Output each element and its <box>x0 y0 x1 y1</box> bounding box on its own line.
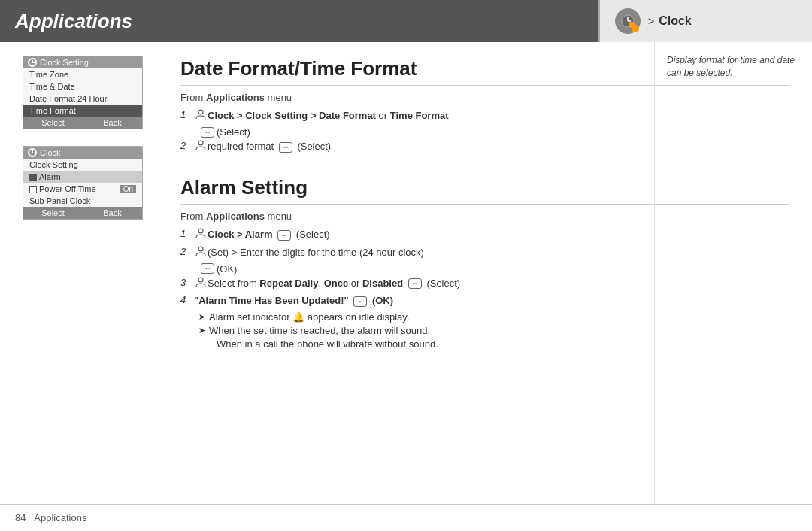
phone-box-1-row-4: Time Format <box>23 105 142 117</box>
phone-box-1-header: Clock Setting <box>23 56 142 68</box>
svg-point-6 <box>198 141 203 145</box>
phone-box-2-header: Clock <box>23 147 142 159</box>
ok-icon-2 <box>353 296 367 307</box>
step2-1-text: Clock > Alarm (Select) <box>208 228 330 241</box>
step2-2-text: (Set) > Enter the digits for the time (2… <box>208 246 424 259</box>
phone-box-1-row-1: Time Zone <box>23 68 142 80</box>
clock-icon-1 <box>28 58 37 67</box>
ok-icon-1 <box>201 263 214 274</box>
phone-box-1-select: Select <box>23 117 83 129</box>
phone-box-2-back: Back <box>83 207 142 219</box>
step1-1-text: Clock > Clock Setting > Date Format or T… <box>208 109 449 123</box>
footer-label: Applications <box>34 512 86 523</box>
step1-2-num: 2 <box>180 140 191 151</box>
phone-box-2: Clock Clock Setting Alarm Power Off Time… <box>23 146 143 220</box>
phone-box-1: Clock Setting Time Zone Time & Date Date… <box>23 56 143 129</box>
phone-box-2-row-1: Clock Setting <box>23 159 142 171</box>
svg-point-8 <box>198 247 203 251</box>
sidebar-info-text: Display format for time and date can be … <box>667 55 795 78</box>
select-icon-2 <box>279 142 292 153</box>
phone-box-1-row-2: Time & Date <box>23 80 142 93</box>
from-menu-2: Applications <box>206 211 265 222</box>
svg-point-7 <box>198 229 203 233</box>
svg-point-9 <box>198 278 203 282</box>
header: Applications + > Clock <box>0 0 812 42</box>
phone-box-1-row-3: Date Format 24 Hour <box>23 93 142 105</box>
select-icon-1 <box>201 127 214 138</box>
from-menu-1: Applications <box>206 92 265 103</box>
from-label-1: From <box>180 92 206 103</box>
phone-box-1-back: Back <box>83 117 142 129</box>
step2-1-num: 1 <box>180 228 191 239</box>
checkbox-alarm <box>29 174 37 181</box>
person-icon-1 <box>195 109 206 120</box>
bullet-1-text: Alarm set indicator 🔔 appears on idle di… <box>209 311 410 323</box>
bullet-2-text: When the set time is reached, the alarm … <box>209 325 430 336</box>
header-left: Applications <box>0 0 598 42</box>
phone-box-1-footer: Select Back <box>23 117 142 129</box>
clock-icon-2 <box>28 148 37 157</box>
select-icon-4 <box>408 278 422 289</box>
on-badge: On <box>120 185 136 193</box>
phone-box-2-row-2: Alarm <box>23 171 142 183</box>
person-icon-5 <box>195 277 206 287</box>
phone-box-2-title: Clock <box>40 148 61 157</box>
header-right: + > Clock <box>598 0 812 42</box>
person-icon-4 <box>195 246 206 256</box>
step1-num: 1 <box>180 109 191 120</box>
phone-box-1-title: Clock Setting <box>40 58 89 67</box>
clock-header-icon: + <box>615 8 641 34</box>
left-panel: Clock Setting Time Zone Time & Date Date… <box>0 42 165 504</box>
step2-4-text: "Alarm Time Has Been Updated!" (OK) <box>194 294 393 308</box>
right-sidebar: Display format for time and date can be … <box>654 42 812 504</box>
step2-3-text: Select from Repeat Daily, Once or Disabl… <box>208 277 460 290</box>
select-icon-3 <box>277 230 291 241</box>
phone-box-2-row-3: Power Off Time On <box>23 183 142 195</box>
step2-3-num: 3 <box>180 277 191 288</box>
breadcrumb-arrow: > <box>648 15 654 27</box>
step2-4-num: 4 <box>180 294 191 305</box>
person-icon-3 <box>195 228 206 238</box>
step2-2-num: 2 <box>180 246 191 257</box>
svg-point-5 <box>198 110 203 114</box>
page-title: Applications <box>15 10 132 33</box>
phone-box-2-footer: Select Back <box>23 207 142 219</box>
breadcrumb-text: Clock <box>659 14 692 28</box>
footer-page-num: 84 <box>15 512 26 523</box>
svg-text:+: + <box>630 23 633 28</box>
checkbox-poweroff <box>29 186 37 193</box>
footer-spacer <box>26 512 34 523</box>
phone-box-2-row-4: Sub Panel Clock <box>23 195 142 207</box>
person-icon-2 <box>195 140 206 150</box>
footer: 84 Applications <box>0 504 812 531</box>
step1-2-text: required format (Select) <box>208 140 331 153</box>
phone-box-2-select: Select <box>23 207 83 219</box>
